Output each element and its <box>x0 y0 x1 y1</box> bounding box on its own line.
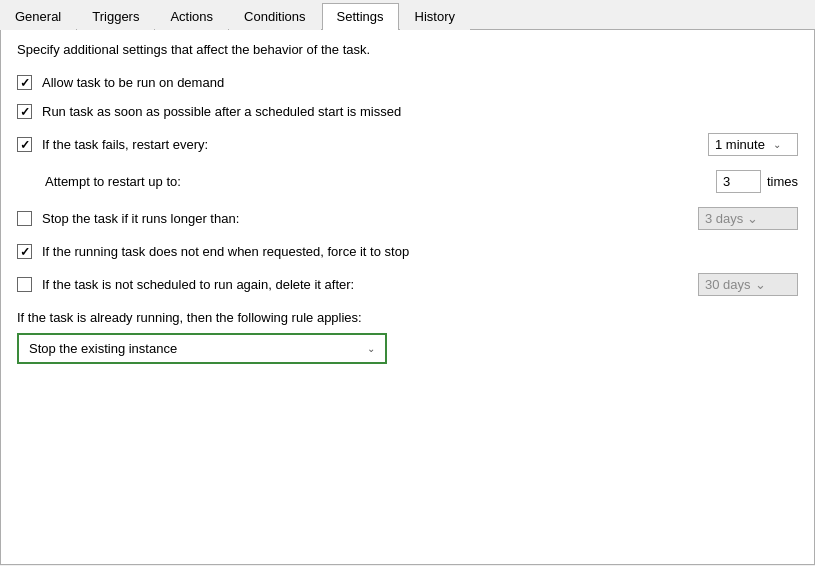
delete-after-row: If the task is not scheduled to run agai… <box>17 273 798 296</box>
force-stop-label: If the running task does not end when re… <box>42 244 409 259</box>
run-missed-wrap: Run task as soon as possible after a sch… <box>17 104 798 119</box>
tab-general[interactable]: General <box>0 3 76 30</box>
stop-longer-value: 3 days <box>705 211 743 226</box>
allow-on-demand-checkbox[interactable] <box>17 75 32 90</box>
delete-after-right: 30 days ⌄ <box>698 273 798 296</box>
restart-fails-row: If the task fails, restart every: 1 minu… <box>17 133 798 156</box>
stop-longer-dropdown[interactable]: 3 days ⌄ <box>698 207 798 230</box>
force-stop-checkbox[interactable] <box>17 244 32 259</box>
restart-fails-label: If the task fails, restart every: <box>42 137 208 152</box>
settings-panel: Specify additional settings that affect … <box>0 30 815 565</box>
allow-on-demand-wrap: Allow task to be run on demand <box>17 75 798 90</box>
restart-interval-dropdown[interactable]: 1 minute ⌄ <box>708 133 798 156</box>
already-running-value: Stop the existing instance <box>29 341 177 356</box>
delete-after-label: If the task is not scheduled to run agai… <box>42 277 354 292</box>
run-missed-row: Run task as soon as possible after a sch… <box>17 104 798 119</box>
stop-longer-label: Stop the task if it runs longer than: <box>42 211 239 226</box>
tab-conditions[interactable]: Conditions <box>229 3 320 30</box>
restart-attempt-right: times <box>716 170 798 193</box>
delete-after-arrow-icon: ⌄ <box>755 277 766 292</box>
delete-after-checkbox[interactable] <box>17 277 32 292</box>
delete-after-value: 30 days <box>705 277 751 292</box>
allow-on-demand-row: Allow task to be run on demand <box>17 75 798 90</box>
delete-after-wrap: If the task is not scheduled to run agai… <box>17 277 688 292</box>
restart-attempt-suffix: times <box>767 174 798 189</box>
already-running-dropdown-wrap: Stop the existing instance ⌄ <box>17 333 798 364</box>
force-stop-row: If the running task does not end when re… <box>17 244 798 259</box>
restart-attempt-row: Attempt to restart up to: times <box>45 170 798 193</box>
stop-longer-right: 3 days ⌄ <box>698 207 798 230</box>
restart-interval-arrow-icon: ⌄ <box>773 139 781 150</box>
restart-interval-value: 1 minute <box>715 137 765 152</box>
stop-longer-checkbox[interactable] <box>17 211 32 226</box>
already-running-arrow-icon: ⌄ <box>367 343 375 354</box>
restart-attempt-input[interactable] <box>716 170 761 193</box>
stop-longer-wrap: Stop the task if it runs longer than: <box>17 211 688 226</box>
run-missed-checkbox[interactable] <box>17 104 32 119</box>
restart-fails-checkbox[interactable] <box>17 137 32 152</box>
run-missed-label: Run task as soon as possible after a sch… <box>42 104 401 119</box>
tab-history[interactable]: History <box>400 3 470 30</box>
tab-bar: General Triggers Actions Conditions Sett… <box>0 0 815 30</box>
delete-after-dropdown[interactable]: 30 days ⌄ <box>698 273 798 296</box>
tab-settings[interactable]: Settings <box>322 3 399 30</box>
stop-longer-arrow-icon: ⌄ <box>747 211 758 226</box>
tab-triggers[interactable]: Triggers <box>77 3 154 30</box>
already-running-label: If the task is already running, then the… <box>17 310 798 325</box>
restart-attempt-label: Attempt to restart up to: <box>45 174 181 189</box>
restart-fails-right: 1 minute ⌄ <box>708 133 798 156</box>
allow-on-demand-label: Allow task to be run on demand <box>42 75 224 90</box>
already-running-dropdown[interactable]: Stop the existing instance ⌄ <box>17 333 387 364</box>
stop-longer-row: Stop the task if it runs longer than: 3 … <box>17 207 798 230</box>
restart-fails-wrap: If the task fails, restart every: <box>17 137 698 152</box>
force-stop-wrap: If the running task does not end when re… <box>17 244 798 259</box>
page-description: Specify additional settings that affect … <box>17 42 798 57</box>
tab-actions[interactable]: Actions <box>155 3 228 30</box>
